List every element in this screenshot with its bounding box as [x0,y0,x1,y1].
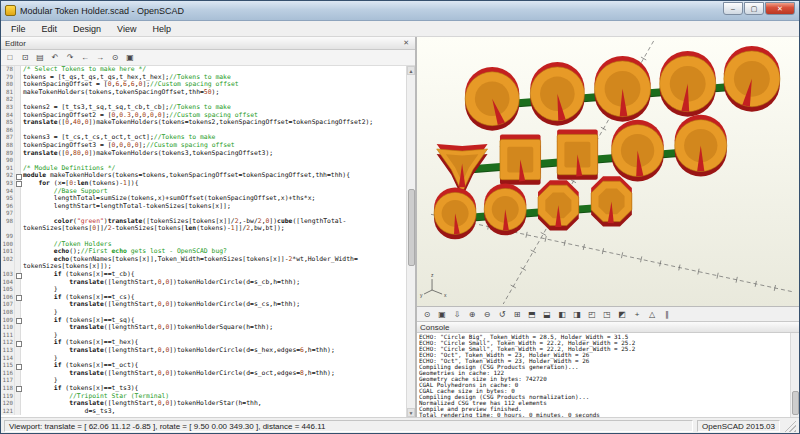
view-left-icon[interactable]: ◧ [555,308,569,320]
code-line[interactable]: 83tokens2 = [t_ts3,t_sq,t_sq,t_cb,t_cb];… [1,104,406,112]
code-line[interactable]: 106 if (tokens[x]==t_cs){ [1,294,406,302]
code-line[interactable]: 101 echo();//First echo gets lost - Open… [1,248,406,256]
code-line[interactable]: 86 [1,127,406,135]
code-line[interactable]: 112 if (tokens[x]==t_hex){ [1,339,406,347]
editor-close-icon[interactable]: ✕ [401,39,411,47]
code-line[interactable]: 107 translate([lengthStart,0,0])tokenHol… [1,301,406,309]
view-diagonal-icon[interactable]: ◩ [615,308,629,320]
code-line[interactable]: 105 } [1,286,406,294]
title-bar[interactable]: Modular Token Holder.scad - OpenSCAD – ▢… [1,1,799,21]
scroll-down-icon[interactable]: ▼ [407,408,415,417]
code-line[interactable]: 117 } [1,377,406,385]
code-line[interactable]: 97 [1,210,406,218]
code-line[interactable]: 92module makeTokenHolders(tokens=tokens,… [1,172,406,180]
editor-scroll-thumb[interactable] [408,189,415,266]
zoom-out-icon[interactable]: ⊖ [480,308,494,320]
code-line[interactable]: 121 d=s_ts3, [1,408,406,416]
view-back-icon[interactable]: ◳ [600,308,614,320]
code-line[interactable]: 82 [1,96,406,104]
menu-design[interactable]: Design [65,23,109,35]
menu-help[interactable]: Help [144,23,179,35]
perspective-icon[interactable]: △ [645,308,659,320]
render-icon[interactable]: ▣ [435,308,449,320]
console-scroll-thumb[interactable] [792,391,799,415]
code-line[interactable]: 79tokens = [t_qs,t_qs,t_qs,t_hex,t_hex];… [1,74,406,82]
code-line[interactable]: 98 color("green")translate([tokenSizes[t… [1,218,406,226]
minimize-button[interactable]: – [723,2,743,15]
code-line[interactable]: 113 translate([lengthStart,0,0])tokenHol… [1,347,406,355]
indent-icon[interactable]: → [93,51,107,64]
view-top-icon[interactable]: ⬒ [525,308,539,320]
code-line[interactable]: 109 if (tokens[x]==t_sq){ [1,317,406,325]
code-line[interactable]: 111 } [1,332,406,340]
line-number: 106 [1,294,21,302]
view-all-icon[interactable]: ⊞ [510,308,524,320]
code-line[interactable]: 114 } [1,355,406,363]
viewport-3d[interactable]: xyz [417,37,799,307]
render-icon[interactable]: ▣ [123,51,137,64]
menu-edit[interactable]: Edit [34,23,66,35]
view-center-icon[interactable]: + [630,308,644,320]
editor-panel: Editor ✕ □⊡▤↶↷←→⊙▣ 78/* Select Tokens to… [1,37,417,417]
open-file-icon[interactable]: ⊡ [18,51,32,64]
view-front-icon[interactable]: ◰ [585,308,599,320]
code-line[interactable]: 95 lengthTotal=sumSize(tokens,x)+sumOffs… [1,195,406,203]
code-line[interactable]: 80tokenSpacingOffset = [0,6,6,6,0];//Cus… [1,81,406,89]
code-line[interactable]: 88tokenSpacingOffset3 = [0,0,0,0];//Cust… [1,142,406,150]
code-line[interactable]: 85translate([0,40,0])makeTokenHolders(to… [1,119,406,127]
code-text: tokenSpacingOffset3 = [0,0,0,0];//Custom… [21,142,406,150]
undo-icon[interactable]: ↶ [48,51,62,64]
reset-view-icon[interactable]: ↺ [495,308,509,320]
view-right-icon[interactable]: ◨ [570,308,584,320]
view-bottom-icon[interactable]: ⬓ [540,308,554,320]
code-line[interactable]: 120 translate([lengthStart,0,0])tokenHol… [1,400,406,408]
code-line[interactable]: 99 [1,233,406,241]
code-line[interactable]: 84tokenSpacingOffset2 = [0,0.3,0,0,0,0];… [1,112,406,120]
code-line[interactable]: tokenSizes[tokens[x]]); [1,263,406,271]
code-text: module makeTokenHolders(tokens=tokens,to… [21,172,406,180]
code-line[interactable]: 96 lengthStart=lengthTotal-tokenSizes[to… [1,203,406,211]
code-line[interactable]: 91/* Module Definitions */ [1,165,406,173]
code-line[interactable]: 100 //Token Holders [1,241,406,249]
orthogonal-icon[interactable]: ∥ [660,308,674,320]
preview-icon[interactable]: ⊙ [420,308,434,320]
editor-scrollbar[interactable]: ▲ ▼ [406,66,415,417]
code-line[interactable]: 116 translate([lengthStart,0,0])tokenHol… [1,370,406,378]
console-scrollbar[interactable] [790,333,799,417]
code-text: tokens3 = [t_cs,t_cs,t_oct,t_oct];//Toke… [21,134,406,142]
code-line[interactable]: 102 echo(tokenNames[tokens[x]],Token_Wid… [1,256,406,264]
line-number: 114 [1,355,21,363]
code-line[interactable]: 87tokens3 = [t_cs,t_cs,t_oct,t_oct];//To… [1,134,406,142]
export-stl-icon[interactable]: ⇩ [450,308,464,320]
code-line[interactable]: 90 [1,157,406,165]
code-line[interactable]: 108 } [1,309,406,317]
code-line[interactable]: 103 if (tokens[x]==t_cb){ [1,271,406,279]
unindent-icon[interactable]: ← [78,51,92,64]
code-line[interactable]: 81makeTokenHolders(tokens,tokenSpacingOf… [1,89,406,97]
code-line[interactable]: 110 translate([lengthStart,0,0])tokenHol… [1,324,406,332]
console-lines[interactable]: ECHO: "Circle Big", Token_Width = 28.5, … [417,333,799,417]
preview-icon[interactable]: ⊙ [108,51,122,64]
code-line[interactable]: 104 translate([lengthStart,0,0])tokenHol… [1,279,406,287]
code-line[interactable]: tokenSizes[tokens[0]]/2-tokenSizes[token… [1,225,406,233]
code-line[interactable]: 93 for (x=[0:len(tokens)-1]){ [1,180,406,188]
viewport-canvas[interactable]: xyz [417,37,799,306]
maximize-button[interactable]: ▢ [744,2,764,15]
code-text [21,233,406,241]
code-line[interactable]: 119 //Tripoint Star (Terminal) [1,393,406,401]
save-file-icon[interactable]: ▤ [33,51,47,64]
code-editor[interactable]: 78/* Select Tokens to make here */79toke… [1,66,415,417]
code-line[interactable]: 78/* Select Tokens to make here */ [1,66,406,74]
redo-icon[interactable]: ↷ [63,51,77,64]
code-line[interactable]: 94 //Base Support [1,188,406,196]
new-file-icon[interactable]: □ [3,51,17,64]
menu-file[interactable]: File [3,23,34,35]
close-button[interactable]: ✕ [765,2,795,15]
code-line[interactable]: 118 if (tokens[x]==t_ts3){ [1,385,406,393]
code-line[interactable]: 115 if (tokens[x]==t_oct){ [1,362,406,370]
zoom-in-icon[interactable]: ⊕ [465,308,479,320]
scroll-up-icon[interactable]: ▲ [407,66,415,75]
menu-view[interactable]: View [109,23,144,35]
code-line[interactable]: 89translate([0,80,0])makeTokenHolders(to… [1,150,406,158]
resize-grip[interactable] [784,420,796,432]
